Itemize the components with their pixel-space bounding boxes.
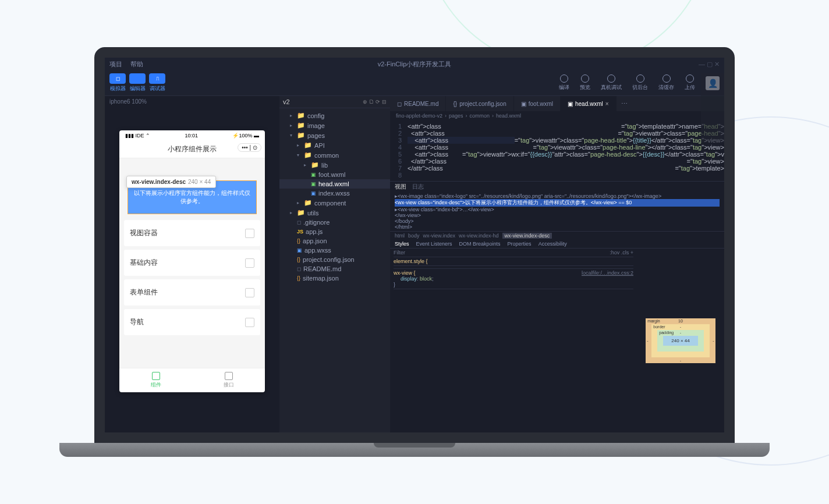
ide-window: 项目 帮助 v2-FinClip小程序开发工具 — ▢ ✕ ◻模拟器编辑器⎍调试… xyxy=(105,58,724,432)
phone-tabbar: 组件 接口 xyxy=(119,368,265,392)
phone-status-right: ⚡100% ▬ xyxy=(232,133,259,139)
menubar: 项目 帮助 v2-FinClip小程序开发工具 — ▢ ✕ xyxy=(105,58,724,70)
window-controls[interactable]: — ▢ ✕ xyxy=(699,61,720,68)
file-explorer: v2 ⊕ 🗋 ⟳ ⊟ ▸ 📁 config ▸ 📁 image ▾ 📁 page… xyxy=(279,96,390,432)
tree-item[interactable]: ▾ 📁 pages xyxy=(279,130,390,140)
tree-item[interactable]: {} app.json xyxy=(279,236,390,246)
styles-tab[interactable]: Properties xyxy=(508,241,532,247)
elements-breadcrumb[interactable]: htmlbodywx-view.indexwx-view.index-hdwx-… xyxy=(390,231,724,240)
phone-capsule-button[interactable]: ••• | ⊙ xyxy=(238,143,261,152)
box-model: margin 10 - - - border - p xyxy=(637,249,724,432)
tree-item[interactable]: ▣ index.wxss xyxy=(279,189,390,198)
toolbar-button[interactable]: 预览 xyxy=(580,74,590,91)
styles-panel[interactable]: Filter :hov .cls + element.style {</span… xyxy=(390,249,637,432)
list-item[interactable]: 视图容器 xyxy=(124,220,260,246)
editor-tab[interactable]: ◻README.md xyxy=(390,96,446,111)
tree-item[interactable]: ▸ 📁 API xyxy=(279,140,390,150)
phone-status-time: 10:01 xyxy=(185,133,198,139)
tree-item[interactable]: ◻ .gitignore xyxy=(279,218,390,227)
toolbar-pill[interactable]: ⎍调试器 xyxy=(149,73,165,93)
tree-item[interactable]: ▸ 📁 utils xyxy=(279,208,390,218)
minimap[interactable] xyxy=(701,96,724,143)
tree-item[interactable]: ▣ head.wxml xyxy=(279,179,390,189)
tree-item[interactable]: ▾ 📁 common xyxy=(279,150,390,160)
devtools-tab[interactable]: 视图 xyxy=(395,183,406,191)
list-item[interactable]: 导航 xyxy=(124,309,260,335)
tree-item[interactable]: JS app.js xyxy=(279,227,390,236)
file-toolbar-icons[interactable]: ⊕ 🗋 ⟳ ⊟ xyxy=(363,99,387,105)
window-title: v2-FinClip小程序开发工具 xyxy=(378,60,452,69)
phone-page-title: 小程序组件展示 xyxy=(168,145,217,153)
toolbar: ◻模拟器编辑器⎍调试器 编译预览真机调试切后台清缓存上传👤 xyxy=(105,70,724,96)
toolbar-button[interactable]: 编译 xyxy=(559,74,569,91)
element-tooltip: wx-view.index-desc240 × 44 xyxy=(126,176,216,188)
phone-tab-api[interactable]: 接口 xyxy=(192,368,265,392)
editor-breadcrumb[interactable]: fino-applet-demo-v2›pages›common›head.wx… xyxy=(390,111,724,120)
devtools-tab[interactable]: 日志 xyxy=(412,183,424,191)
styles-tab[interactable]: Styles xyxy=(395,241,409,247)
phone-status-left: ▮▮▮ IDE ⌃ xyxy=(125,133,150,139)
toolbar-button[interactable]: 真机调试 xyxy=(601,74,622,91)
tree-item[interactable]: ▸ 📁 config xyxy=(279,111,390,120)
tree-item[interactable]: {} project.config.json xyxy=(279,255,390,264)
elements-panel[interactable]: ▸<wx-image class="index-logo" src="../re… xyxy=(390,192,724,231)
editor-tab[interactable]: {}project.config.json xyxy=(446,96,513,111)
styles-filter-controls[interactable]: :hov .cls + xyxy=(610,250,633,255)
phone-tab-components[interactable]: 组件 xyxy=(119,368,192,392)
styles-tab[interactable]: Accessibility xyxy=(539,241,567,247)
simulator-panel: iphone6 100% ▮▮▮ IDE ⌃ 10:01 ⚡100% ▬ 小程序… xyxy=(105,96,279,432)
toolbar-button[interactable]: 上传 xyxy=(685,74,695,91)
styles-filter[interactable]: Filter xyxy=(394,250,405,255)
editor-tab[interactable]: ▣foot.wxml xyxy=(514,96,561,111)
toolbar-pill[interactable]: ◻模拟器 xyxy=(109,73,126,93)
tree-item[interactable]: ◻ README.md xyxy=(279,264,390,274)
tree-item[interactable]: ▸ 📁 lib xyxy=(279,160,390,170)
laptop-frame: 项目 帮助 v2-FinClip小程序开发工具 — ▢ ✕ ◻模拟器编辑器⎍调试… xyxy=(94,47,735,457)
code-editor[interactable]: 1<attr">class="tag">template attr">name=… xyxy=(390,120,724,181)
list-item[interactable]: 基础内容 xyxy=(124,250,260,276)
toolbar-button[interactable]: 切后台 xyxy=(632,74,648,91)
tree-item[interactable]: ▸ 📁 image xyxy=(279,120,390,130)
phone-frame: ▮▮▮ IDE ⌃ 10:01 ⚡100% ▬ 小程序组件展示 ••• | ⊙ … xyxy=(119,130,265,392)
menu-help[interactable]: 帮助 xyxy=(130,60,143,69)
toolbar-pill[interactable]: 编辑器 xyxy=(129,73,146,93)
editor-tab[interactable]: ▣head.wxml× xyxy=(561,96,617,111)
styles-tab[interactable]: Event Listeners xyxy=(416,241,452,247)
devtools: 视图日志 ▸<wx-image class="index-logo" src="… xyxy=(390,181,724,432)
list-item[interactable]: 表单组件 xyxy=(124,279,260,306)
menu-project[interactable]: 项目 xyxy=(109,60,122,69)
tab-overflow[interactable]: ⋯ xyxy=(617,96,632,111)
simulator-device-label: iphone6 100% xyxy=(105,96,279,107)
tree-item[interactable]: ▣ app.wxss xyxy=(279,246,390,255)
toolbar-button[interactable]: 清缓存 xyxy=(658,74,674,91)
tree-item[interactable]: ▸ 📁 component xyxy=(279,198,390,208)
project-root[interactable]: v2 xyxy=(283,98,290,105)
tree-item[interactable]: ▣ foot.wxml xyxy=(279,170,390,179)
styles-tab[interactable]: DOM Breakpoints xyxy=(459,241,501,247)
tree-item[interactable]: {} sitemap.json xyxy=(279,274,390,283)
editor-panel: ◻README.md {}project.config.json ▣foot.w… xyxy=(390,96,724,432)
